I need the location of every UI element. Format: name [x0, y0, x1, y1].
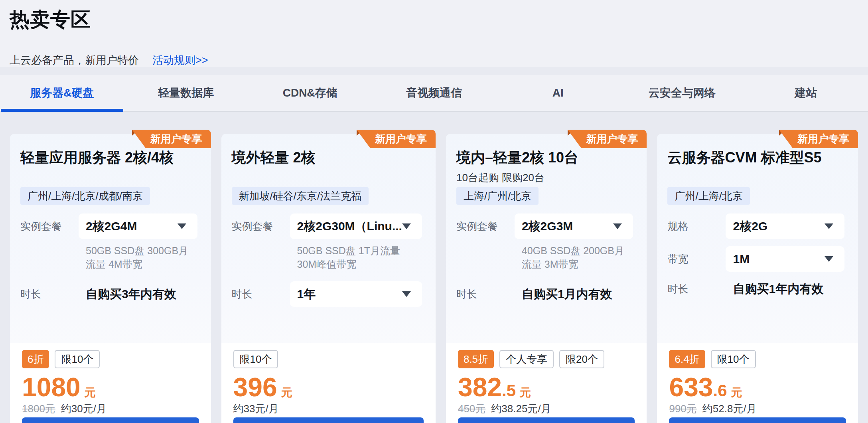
price-value: 633 — [669, 373, 713, 401]
limit-badge: 限10个 — [55, 350, 100, 368]
duration-value: 自购买1年内有效 — [726, 281, 823, 297]
chevron-down-icon — [402, 291, 411, 297]
category-tabs: 服务器&硬盘 轻量数据库 CDN&存储 音视频通信 AI 云安全与网络 建站 — [0, 75, 868, 112]
spec-label: 实例套餐 — [20, 219, 79, 233]
hot-sale-section: 热卖专区 上云必备产品，新用户特价 活动规则>> 服务器&硬盘 轻量数据库 CD… — [0, 0, 868, 423]
product-card-cvm-s5: 新用户专享 云服务器CVM 标准型S5 广州/上海/北京 规格 2核2G — [657, 134, 858, 423]
spec-panel: 境内–轻量2核 10台 10台起购 限购20台 上海/广州/北京 实例套餐 2核… — [446, 134, 647, 343]
bandwidth-select[interactable]: 1M — [726, 246, 844, 272]
region-tag: 新加坡/硅谷/东京/法兰克福 — [232, 187, 369, 205]
chevron-down-icon — [613, 223, 622, 229]
limit-badge: 限20个 — [559, 350, 604, 368]
plan-description: 40GB SSD盘 200GB月流量 3M带宽 — [522, 244, 633, 271]
page-subtitle: 上云必备产品，新用户特价 — [10, 53, 139, 67]
monthly-price: 约30元/月 — [61, 402, 107, 415]
region-tag: 广州/上海/北京 — [667, 187, 750, 205]
new-user-badge: 新用户专享 — [146, 130, 211, 148]
price-panel: 限10个 396 元 约33元/月 — [221, 343, 436, 423]
price-unit: 元 — [520, 385, 531, 400]
plan-select-value: 2核2G3M — [522, 218, 573, 235]
spec-label: 规格 — [667, 219, 726, 233]
spec-panel: 轻量应用服务器 2核/4核 广州/上海/北京/成都/南京 实例套餐 2核2G4M… — [10, 134, 211, 343]
plan-select-value: 2核2G4M — [86, 218, 137, 235]
buy-button[interactable] — [22, 417, 199, 423]
tab-security-network[interactable]: 云安全与网络 — [620, 75, 744, 111]
bandwidth-select-value: 1M — [733, 252, 750, 266]
tab-lite-database[interactable]: 轻量数据库 — [124, 75, 248, 111]
duration-label: 时长 — [456, 287, 515, 301]
price-value: 1080 — [22, 373, 81, 401]
price-decimal: .6 — [713, 381, 727, 400]
duration-label: 时长 — [20, 287, 79, 301]
original-price: 990元 — [669, 402, 696, 415]
buy-button[interactable] — [458, 417, 635, 423]
plan-select[interactable]: 2核2G3M — [515, 213, 633, 239]
personal-badge: 个人专享 — [499, 350, 554, 368]
spec-panel: 境外轻量 2核 新加坡/硅谷/东京/法兰克福 实例套餐 2核2G30M（Linu… — [221, 134, 436, 343]
price-panel: 8.5折 个人专享 限20个 382 .5 元 450元 约38.25元/月 — [446, 343, 647, 423]
spec-select-value: 2核2G — [733, 218, 767, 235]
header: 热卖专区 上云必备产品，新用户特价 活动规则>> — [0, 0, 868, 67]
monthly-price: 约33元/月 — [233, 402, 279, 415]
bandwidth-label: 带宽 — [667, 252, 726, 266]
monthly-price: 约38.25元/月 — [491, 402, 551, 415]
duration-select[interactable]: 1年 — [290, 281, 422, 307]
chevron-down-icon — [178, 223, 186, 229]
spec-select[interactable]: 2核2G — [726, 213, 844, 239]
duration-label: 时长 — [232, 287, 290, 301]
region-tag: 广州/上海/北京/成都/南京 — [20, 187, 150, 205]
chevron-down-icon — [402, 223, 411, 229]
duration-value: 自购买3年内有效 — [79, 286, 176, 302]
plan-select[interactable]: 2核2G4M — [79, 213, 197, 239]
price-unit: 元 — [281, 385, 292, 400]
tab-cdn-storage[interactable]: CDN&存储 — [248, 75, 372, 111]
new-user-badge: 新用户专享 — [581, 130, 647, 148]
page-title: 热卖专区 — [10, 7, 858, 32]
price-decimal: .5 — [502, 381, 516, 400]
product-card-lighthouse: 新用户专享 轻量应用服务器 2核/4核 广州/上海/北京/成都/南京 实例套餐 … — [10, 134, 211, 423]
spec-panel: 云服务器CVM 标准型S5 广州/上海/北京 规格 2核2G 带宽 1M — [657, 134, 858, 343]
duration-label: 时长 — [667, 282, 726, 296]
duration-select-value: 1年 — [297, 286, 316, 302]
tab-ai[interactable]: AI — [496, 75, 620, 111]
card-title: 境外轻量 2核 — [232, 149, 422, 166]
limit-badge: 限10个 — [233, 350, 278, 368]
tab-servers-disks[interactable]: 服务器&硬盘 — [0, 75, 124, 111]
price-panel: 6.4折 限10个 633 .6 元 990元 约52.8元/月 — [657, 343, 858, 423]
original-price: 450元 — [458, 402, 485, 415]
spec-label: 实例套餐 — [232, 219, 290, 233]
plan-description: 50GB SSD盘 1T月流量 30M峰值带宽 — [297, 244, 422, 271]
activity-rules-link[interactable]: 活动规则>> — [152, 53, 208, 67]
price-panel: 6折 限10个 1080 元 1800元 约30元/月 — [10, 343, 211, 423]
new-user-badge: 新用户专享 — [793, 130, 858, 148]
region-tag: 上海/广州/北京 — [456, 187, 539, 205]
discount-badge: 6.4折 — [669, 350, 705, 368]
chevron-down-icon — [825, 223, 833, 229]
card-subtitle: 10台起购 限购20台 — [456, 171, 633, 184]
tab-website[interactable]: 建站 — [744, 75, 868, 111]
plan-select-value: 2核2G30M（Linu... — [297, 218, 402, 235]
plan-description: 50GB SSD盘 300GB月流量 4M带宽 — [86, 244, 197, 271]
plan-select[interactable]: 2核2G30M（Linu... — [290, 213, 422, 239]
products-area: 新用户专享 轻量应用服务器 2核/4核 广州/上海/北京/成都/南京 实例套餐 … — [0, 112, 868, 423]
tab-audio-video[interactable]: 音视频通信 — [372, 75, 496, 111]
card-title: 境内–轻量2核 10台 — [456, 149, 633, 166]
spec-label: 实例套餐 — [456, 219, 515, 233]
card-title: 云服务器CVM 标准型S5 — [667, 149, 844, 166]
buy-button[interactable] — [669, 417, 846, 423]
buy-button[interactable] — [233, 417, 424, 423]
price-unit: 元 — [85, 385, 96, 400]
discount-badge: 8.5折 — [458, 350, 494, 368]
price-value: 382 — [458, 373, 502, 401]
price-value: 396 — [233, 373, 277, 401]
price-unit: 元 — [731, 385, 742, 400]
original-price: 1800元 — [22, 402, 55, 415]
product-card-domestic-lighthouse-bundle: 新用户专享 境内–轻量2核 10台 10台起购 限购20台 上海/广州/北京 实… — [446, 134, 647, 423]
discount-badge: 6折 — [22, 350, 49, 368]
duration-value: 自购买1月内有效 — [515, 286, 612, 302]
product-card-overseas-lighthouse: 新用户专享 境外轻量 2核 新加坡/硅谷/东京/法兰克福 实例套餐 2核2G30… — [221, 134, 436, 423]
new-user-badge: 新用户专享 — [370, 130, 436, 148]
monthly-price: 约52.8元/月 — [702, 402, 757, 415]
limit-badge: 限10个 — [711, 350, 756, 368]
chevron-down-icon — [825, 256, 833, 262]
